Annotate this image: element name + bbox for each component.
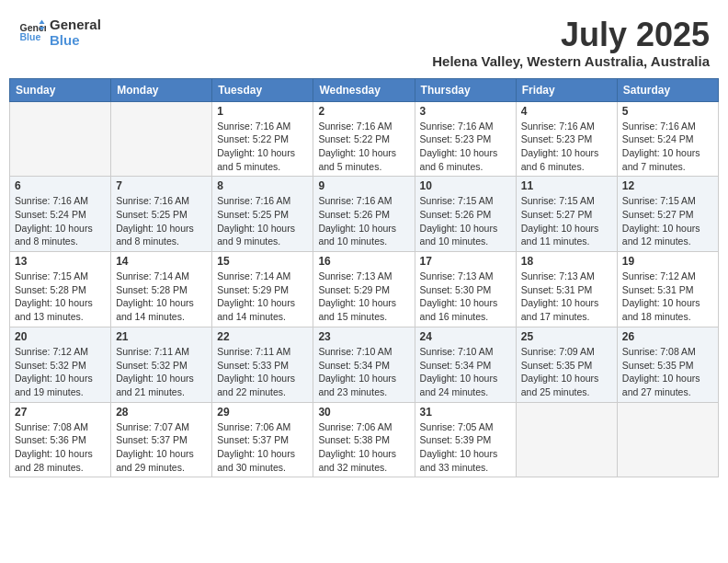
calendar-cell: 29Sunrise: 7:06 AM Sunset: 5:37 PM Dayli… <box>212 402 313 477</box>
day-number: 31 <box>420 406 511 419</box>
day-number: 12 <box>622 179 713 192</box>
day-info: Sunrise: 7:14 AM Sunset: 5:28 PM Dayligh… <box>116 270 207 324</box>
calendar-cell: 19Sunrise: 7:12 AM Sunset: 5:31 PM Dayli… <box>617 252 718 327</box>
calendar-cell: 25Sunrise: 7:09 AM Sunset: 5:35 PM Dayli… <box>516 327 617 402</box>
page-header: General Blue General Blue July 2025 Hele… <box>9 9 719 73</box>
day-info: Sunrise: 7:05 AM Sunset: 5:39 PM Dayligh… <box>420 420 511 475</box>
day-info: Sunrise: 7:16 AM Sunset: 5:22 PM Dayligh… <box>217 120 308 174</box>
calendar-cell: 16Sunrise: 7:13 AM Sunset: 5:29 PM Dayli… <box>313 252 415 327</box>
calendar-cell: 21Sunrise: 7:11 AM Sunset: 5:32 PM Dayli… <box>111 327 212 402</box>
calendar-cell: 22Sunrise: 7:11 AM Sunset: 5:33 PM Dayli… <box>212 327 313 402</box>
day-number: 23 <box>318 330 409 343</box>
calendar-week-row: 20Sunrise: 7:12 AM Sunset: 5:32 PM Dayli… <box>10 327 719 402</box>
day-number: 2 <box>318 105 409 118</box>
calendar-cell: 24Sunrise: 7:10 AM Sunset: 5:34 PM Dayli… <box>415 327 516 402</box>
calendar-week-row: 1Sunrise: 7:16 AM Sunset: 5:22 PM Daylig… <box>10 101 719 177</box>
calendar-cell: 10Sunrise: 7:15 AM Sunset: 5:26 PM Dayli… <box>415 177 516 252</box>
calendar-cell: 31Sunrise: 7:05 AM Sunset: 5:39 PM Dayli… <box>415 402 516 477</box>
day-number: 9 <box>318 179 409 192</box>
day-info: Sunrise: 7:16 AM Sunset: 5:24 PM Dayligh… <box>622 120 713 174</box>
calendar-cell: 13Sunrise: 7:15 AM Sunset: 5:28 PM Dayli… <box>10 252 111 327</box>
day-info: Sunrise: 7:15 AM Sunset: 5:28 PM Dayligh… <box>15 270 106 324</box>
calendar-cell: 12Sunrise: 7:15 AM Sunset: 5:27 PM Dayli… <box>617 177 718 252</box>
logo-icon: General Blue <box>18 18 46 46</box>
month-title: July 2025 <box>432 17 710 53</box>
calendar-cell: 8Sunrise: 7:16 AM Sunset: 5:25 PM Daylig… <box>212 177 313 252</box>
calendar-cell: 27Sunrise: 7:08 AM Sunset: 5:36 PM Dayli… <box>10 402 111 477</box>
day-number: 3 <box>420 105 511 118</box>
day-info: Sunrise: 7:10 AM Sunset: 5:34 PM Dayligh… <box>318 345 409 399</box>
day-info: Sunrise: 7:06 AM Sunset: 5:37 PM Dayligh… <box>217 420 308 475</box>
day-info: Sunrise: 7:12 AM Sunset: 5:31 PM Dayligh… <box>622 270 713 324</box>
calendar-cell: 5Sunrise: 7:16 AM Sunset: 5:24 PM Daylig… <box>617 101 718 177</box>
day-number: 11 <box>521 179 612 192</box>
day-number: 18 <box>521 255 612 268</box>
day-number: 29 <box>217 406 308 419</box>
calendar-cell <box>516 402 617 477</box>
day-info: Sunrise: 7:16 AM Sunset: 5:26 PM Dayligh… <box>318 194 409 248</box>
day-info: Sunrise: 7:08 AM Sunset: 5:35 PM Dayligh… <box>622 345 713 399</box>
calendar-cell: 1Sunrise: 7:16 AM Sunset: 5:22 PM Daylig… <box>212 101 313 177</box>
day-number: 7 <box>116 179 207 192</box>
day-info: Sunrise: 7:07 AM Sunset: 5:37 PM Dayligh… <box>116 420 207 475</box>
calendar-cell: 7Sunrise: 7:16 AM Sunset: 5:25 PM Daylig… <box>111 177 212 252</box>
day-info: Sunrise: 7:11 AM Sunset: 5:32 PM Dayligh… <box>116 345 207 399</box>
calendar-cell: 28Sunrise: 7:07 AM Sunset: 5:37 PM Dayli… <box>111 402 212 477</box>
day-number: 15 <box>217 255 308 268</box>
day-info: Sunrise: 7:16 AM Sunset: 5:25 PM Dayligh… <box>116 194 207 248</box>
day-number: 5 <box>622 105 713 118</box>
day-info: Sunrise: 7:13 AM Sunset: 5:31 PM Dayligh… <box>521 270 612 324</box>
title-area: July 2025 Helena Valley, Western Austral… <box>432 17 710 69</box>
logo: General Blue General Blue <box>18 17 101 48</box>
day-number: 10 <box>420 179 511 192</box>
calendar-week-row: 13Sunrise: 7:15 AM Sunset: 5:28 PM Dayli… <box>10 252 719 327</box>
day-info: Sunrise: 7:09 AM Sunset: 5:35 PM Dayligh… <box>521 345 612 399</box>
day-info: Sunrise: 7:13 AM Sunset: 5:30 PM Dayligh… <box>420 270 511 324</box>
weekday-header: Wednesday <box>313 78 415 101</box>
calendar-cell <box>111 101 212 177</box>
calendar-cell <box>10 101 111 177</box>
calendar-cell: 4Sunrise: 7:16 AM Sunset: 5:23 PM Daylig… <box>516 101 617 177</box>
calendar-cell: 15Sunrise: 7:14 AM Sunset: 5:29 PM Dayli… <box>212 252 313 327</box>
day-number: 30 <box>318 406 409 419</box>
calendar-cell: 30Sunrise: 7:06 AM Sunset: 5:38 PM Dayli… <box>313 402 415 477</box>
day-number: 14 <box>116 255 207 268</box>
day-info: Sunrise: 7:15 AM Sunset: 5:27 PM Dayligh… <box>521 194 612 248</box>
day-number: 28 <box>116 406 207 419</box>
calendar-header-row: SundayMondayTuesdayWednesdayThursdayFrid… <box>10 78 719 101</box>
day-info: Sunrise: 7:12 AM Sunset: 5:32 PM Dayligh… <box>15 345 106 399</box>
logo-line2: Blue <box>50 32 101 48</box>
day-number: 27 <box>15 406 106 419</box>
day-number: 4 <box>521 105 612 118</box>
day-info: Sunrise: 7:15 AM Sunset: 5:27 PM Dayligh… <box>622 194 713 248</box>
day-number: 13 <box>15 255 106 268</box>
weekday-header: Monday <box>111 78 212 101</box>
calendar-cell: 26Sunrise: 7:08 AM Sunset: 5:35 PM Dayli… <box>617 327 718 402</box>
day-info: Sunrise: 7:06 AM Sunset: 5:38 PM Dayligh… <box>318 420 409 475</box>
day-info: Sunrise: 7:08 AM Sunset: 5:36 PM Dayligh… <box>15 420 106 475</box>
calendar-cell <box>617 402 718 477</box>
day-number: 20 <box>15 330 106 343</box>
day-number: 22 <box>217 330 308 343</box>
day-info: Sunrise: 7:13 AM Sunset: 5:29 PM Dayligh… <box>318 270 409 324</box>
calendar-table: SundayMondayTuesdayWednesdayThursdayFrid… <box>9 78 719 478</box>
day-number: 1 <box>217 105 308 118</box>
calendar-cell: 23Sunrise: 7:10 AM Sunset: 5:34 PM Dayli… <box>313 327 415 402</box>
day-number: 6 <box>15 179 106 192</box>
day-number: 19 <box>622 255 713 268</box>
weekday-header: Friday <box>516 78 617 101</box>
day-number: 17 <box>420 255 511 268</box>
day-info: Sunrise: 7:16 AM Sunset: 5:23 PM Dayligh… <box>420 120 511 174</box>
calendar-week-row: 27Sunrise: 7:08 AM Sunset: 5:36 PM Dayli… <box>10 402 719 477</box>
day-info: Sunrise: 7:16 AM Sunset: 5:23 PM Dayligh… <box>521 120 612 174</box>
day-info: Sunrise: 7:16 AM Sunset: 5:25 PM Dayligh… <box>217 194 308 248</box>
calendar-cell: 14Sunrise: 7:14 AM Sunset: 5:28 PM Dayli… <box>111 252 212 327</box>
day-number: 26 <box>622 330 713 343</box>
calendar-week-row: 6Sunrise: 7:16 AM Sunset: 5:24 PM Daylig… <box>10 177 719 252</box>
day-number: 16 <box>318 255 409 268</box>
day-info: Sunrise: 7:14 AM Sunset: 5:29 PM Dayligh… <box>217 270 308 324</box>
location: Helena Valley, Western Australia, Austra… <box>432 53 710 69</box>
weekday-header: Sunday <box>10 78 111 101</box>
day-info: Sunrise: 7:15 AM Sunset: 5:26 PM Dayligh… <box>420 194 511 248</box>
calendar-cell: 20Sunrise: 7:12 AM Sunset: 5:32 PM Dayli… <box>10 327 111 402</box>
